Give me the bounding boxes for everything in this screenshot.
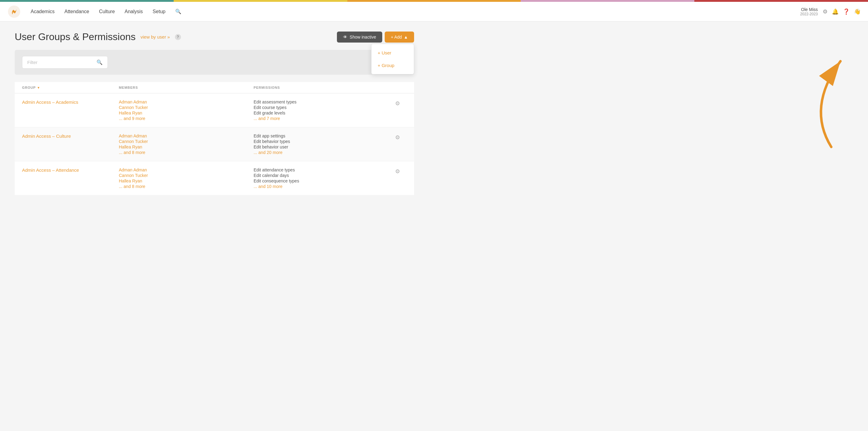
perm-item: Edit assessment types (254, 99, 383, 104)
col-header-group: GROUP ▼ (22, 86, 114, 89)
perms-col: Edit attendance typesEdit calendar daysE… (254, 167, 383, 189)
gear-button[interactable]: ⚙ (395, 100, 400, 107)
perm-item: Edit grade levels (254, 110, 383, 115)
member-name[interactable]: Adman Adman (119, 133, 249, 138)
member-name[interactable]: Cannon Tucker (119, 139, 249, 144)
nav-analysis[interactable]: Analysis (121, 6, 147, 17)
member-more[interactable]: ... and 8 more (119, 150, 249, 155)
view-by-user-link[interactable]: view by user » (141, 34, 170, 39)
gear-col: ⚙ (389, 133, 407, 141)
add-group-item[interactable]: + Group (372, 59, 414, 72)
table-row: Admin Access – Academics Adman AdmanCann… (15, 93, 414, 127)
nav-academics[interactable]: Academics (27, 6, 58, 17)
page-title: User Groups & Permissions (15, 31, 136, 42)
filter-input[interactable] (27, 60, 94, 65)
filter-bar: 🔍 (15, 50, 414, 75)
page-help-icon[interactable]: ? (175, 34, 181, 40)
settings-icon[interactable]: ⚙ (823, 8, 828, 15)
table-header: GROUP ▼ MEMBERS PERMISSIONS (15, 82, 414, 93)
help-icon[interactable]: ❓ (843, 8, 849, 15)
col-header-members: MEMBERS (119, 86, 249, 89)
user-icon[interactable]: 👋 (854, 8, 861, 15)
perm-item: Edit course types (254, 105, 383, 110)
members-col: Adman AdmanCannon TuckerHallea Ryan... a… (119, 133, 249, 155)
actions-area: 👁 Show inactive + Add ▲ + User + Group (337, 32, 414, 42)
perms-col: Edit app settingsEdit behavior typesEdit… (254, 133, 383, 155)
add-button[interactable]: + Add ▲ (385, 32, 414, 42)
page-header: User Groups & Permissions view by user »… (15, 31, 414, 42)
group-name-cell: Admin Access – Culture (22, 133, 114, 139)
member-name[interactable]: Cannon Tucker (119, 173, 249, 178)
show-inactive-button[interactable]: 👁 Show inactive (337, 32, 382, 42)
nav-setup[interactable]: Setup (149, 6, 169, 17)
add-dropdown-menu: + User + Group (371, 44, 414, 74)
chevron-down-icon: ▲ (404, 35, 408, 39)
filter-input-wrap: 🔍 (22, 56, 108, 69)
gear-col: ⚙ (389, 99, 407, 107)
col-header-actions (389, 86, 407, 89)
gear-button[interactable]: ⚙ (395, 168, 400, 175)
table-row: Admin Access – Attendance Adman AdmanCan… (15, 161, 414, 195)
member-name[interactable]: Adman Adman (119, 167, 249, 172)
member-more[interactable]: ... and 9 more (119, 116, 249, 121)
notification-icon[interactable]: 🔔 (832, 8, 839, 15)
filter-search-icon: 🔍 (96, 59, 103, 65)
school-name: Ole Miss (800, 7, 818, 12)
group-name[interactable]: Admin Access – Attendance (22, 167, 79, 173)
perm-more[interactable]: ... and 10 more (254, 184, 383, 189)
members-col: Adman AdmanCannon TuckerHallea Ryan... a… (119, 99, 249, 121)
member-name[interactable]: Adman Adman (119, 99, 249, 104)
nav-culture[interactable]: Culture (95, 6, 119, 17)
main-content: User Groups & Permissions view by user »… (0, 22, 429, 205)
nav-attendance[interactable]: Attendance (61, 6, 93, 17)
logo[interactable] (7, 5, 21, 19)
nav-links: Academics Attendance Culture Analysis Se… (27, 6, 800, 17)
table-body: Admin Access – Academics Adman AdmanCann… (15, 93, 414, 195)
group-name[interactable]: Admin Access – Academics (22, 99, 78, 105)
perm-item: Edit behavior user (254, 144, 383, 150)
table-row: Admin Access – Culture Adman AdmanCannon… (15, 127, 414, 161)
arrow-annotation (745, 0, 868, 153)
nav-icon-group: ⚙ 🔔 ❓ 👋 (823, 8, 861, 15)
eye-icon: 👁 (343, 35, 347, 39)
member-name[interactable]: Hallea Ryan (119, 178, 249, 184)
perm-item: Edit app settings (254, 133, 383, 138)
school-info: Ole Miss 2022-2023 (800, 7, 818, 16)
navigation: Academics Attendance Culture Analysis Se… (0, 2, 868, 22)
perm-item: Edit behavior types (254, 139, 383, 144)
gear-col: ⚙ (389, 167, 407, 175)
groups-table: GROUP ▼ MEMBERS PERMISSIONS Admin Access… (15, 82, 414, 195)
perms-col: Edit assessment typesEdit course typesEd… (254, 99, 383, 121)
perm-more[interactable]: ... and 7 more (254, 116, 383, 121)
perm-item: Edit attendance types (254, 167, 383, 172)
add-button-label: + Add (391, 35, 402, 39)
member-name[interactable]: Hallea Ryan (119, 144, 249, 150)
perm-more[interactable]: ... and 20 more (254, 150, 383, 155)
gear-button[interactable]: ⚙ (395, 134, 400, 141)
col-header-permissions: PERMISSIONS (254, 86, 383, 89)
perm-item: Edit calendar days (254, 173, 383, 178)
member-name[interactable]: Cannon Tucker (119, 105, 249, 110)
group-name-cell: Admin Access – Attendance (22, 167, 114, 173)
nav-right: Ole Miss 2022-2023 ⚙ 🔔 ❓ 👋 (800, 7, 861, 16)
add-user-item[interactable]: + User (372, 46, 414, 59)
member-more[interactable]: ... and 8 more (119, 184, 249, 189)
member-name[interactable]: Hallea Ryan (119, 110, 249, 115)
members-col: Adman AdmanCannon TuckerHallea Ryan... a… (119, 167, 249, 189)
page-title-row: User Groups & Permissions view by user »… (15, 31, 181, 42)
sort-icon: ▼ (37, 86, 40, 89)
nav-search-icon[interactable]: 🔍 (172, 6, 185, 17)
perm-item: Edit consequence types (254, 178, 383, 184)
group-name[interactable]: Admin Access – Culture (22, 133, 71, 139)
group-name-cell: Admin Access – Academics (22, 99, 114, 105)
show-inactive-label: Show inactive (350, 35, 376, 39)
school-year: 2022-2023 (800, 12, 818, 16)
